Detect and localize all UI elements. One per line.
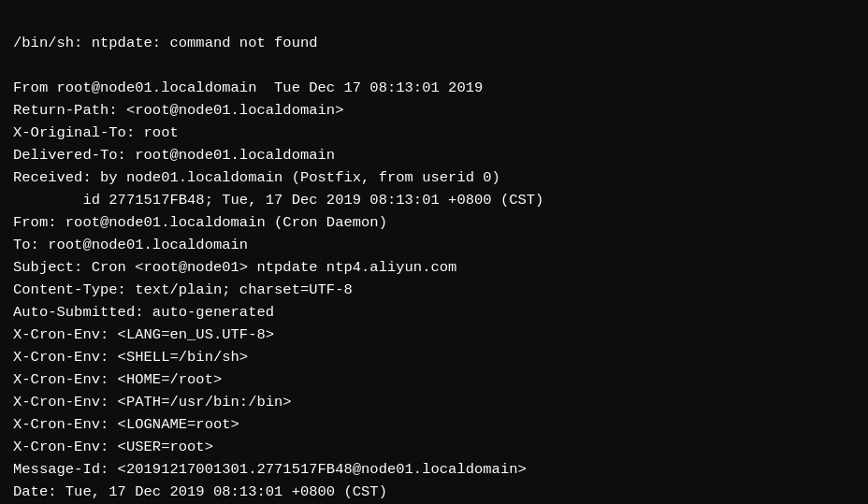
terminal-line: X-Cron-Env: <PATH=/usr/bin:/bin>	[13, 391, 855, 413]
terminal-line: X-Cron-Env: <LOGNAME=root>	[13, 413, 855, 436]
terminal-line: Return-Path: <root@node01.localdomain>	[13, 99, 855, 122]
terminal-line: X-Cron-Env: <HOME=/root>	[13, 368, 855, 391]
terminal-line: X-Cron-Env: <SHELL=/bin/sh>	[13, 346, 855, 368]
terminal-line: Auto-Submitted: auto-generated	[13, 301, 855, 324]
terminal-line: From root@node01.localdomain Tue Dec 17 …	[13, 77, 855, 99]
terminal-line: /bin/sh: ntpdate: command not found	[13, 32, 855, 54]
terminal-line: X-Cron-Env: <LANG=en_US.UTF-8>	[13, 324, 855, 346]
terminal-line: Received: by node01.localdomain (Postfix…	[13, 166, 855, 189]
terminal-line: Delivered-To: root@node01.localdomain	[13, 144, 855, 166]
terminal-line: X-Cron-Env: <USER=root>	[13, 436, 855, 458]
terminal-line: Content-Type: text/plain; charset=UTF-8	[13, 279, 855, 301]
terminal-line: From: root@node01.localdomain (Cron Daem…	[13, 211, 855, 234]
terminal-output: /bin/sh: ntpdate: command not found From…	[13, 9, 855, 503]
terminal-line: X-Original-To: root	[13, 122, 855, 144]
terminal-line: Subject: Cron <root@node01> ntpdate ntp4…	[13, 256, 855, 279]
terminal-line: To: root@node01.localdomain	[13, 234, 855, 256]
terminal-line: Date: Tue, 17 Dec 2019 08:13:01 +0800 (C…	[13, 481, 855, 503]
terminal-line: id 2771517FB48; Tue, 17 Dec 2019 08:13:0…	[13, 189, 855, 211]
terminal-line: Message-Id: <20191217001301.2771517FB48@…	[13, 458, 855, 481]
terminal-line	[13, 54, 855, 77]
